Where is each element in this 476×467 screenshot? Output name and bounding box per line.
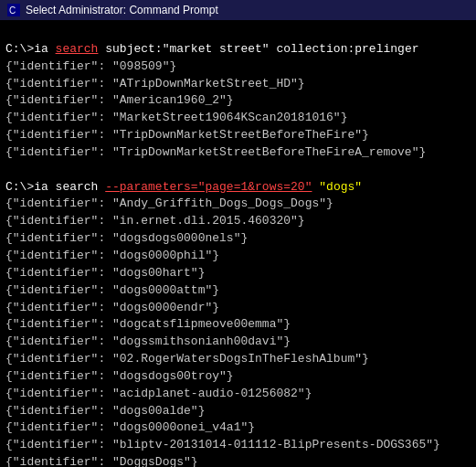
terminal-line: {"identifier": "dogs0000endr"}	[5, 300, 471, 317]
terminal-line: {"identifier": "dogs00alde"}	[5, 403, 471, 420]
terminal-line: {"identifier": "TripDownMarketStreetBefo…	[5, 127, 471, 144]
terminal-line: {"identifier": "ATripDownMarketStreet_HD…	[5, 76, 471, 93]
terminal[interactable]: C:\>ia search subject:"market street" co…	[0, 20, 476, 467]
terminal-line: {"identifier": "Andy_Griffith_Dogs_Dogs_…	[5, 196, 471, 213]
terminal-line	[5, 162, 471, 179]
terminal-line: C:\>ia search subject:"market street" co…	[5, 41, 471, 58]
terminal-line: {"identifier": "MarketStreet19064KScan20…	[5, 110, 471, 127]
terminal-line: {"identifier": "American1960_2"}	[5, 92, 471, 110]
svg-text:C: C	[9, 5, 16, 16]
terminal-line: {"identifier": "dogs00hart"}	[5, 265, 471, 282]
cmd-icon: C	[7, 4, 20, 16]
terminal-line: {"identifier": "dogsdogs0000nels"}	[5, 230, 471, 248]
terminal-line: {"identifier": "02.RogerWatersDogsInTheF…	[5, 351, 471, 368]
terminal-line: {"identifier": "bliptv-20131014-011112-B…	[5, 437, 471, 454]
terminal-line: {"identifier": "dogs0000onei_v4a1"}	[5, 419, 471, 437]
terminal-line: {"identifier": "DoggsDogs"}	[5, 454, 471, 467]
terminal-line: C:\>ia search --parameters="page=1&rows=…	[5, 179, 471, 196]
terminal-line: {"identifier": "TripDownMarketStreetBefo…	[5, 144, 471, 162]
terminal-line: {"identifier": "in.ernet.dli.2015.460320…	[5, 213, 471, 230]
terminal-line: {"identifier": "098509"}	[5, 58, 471, 76]
terminal-line: {"identifier": "acidplanet-audio-0125608…	[5, 386, 471, 403]
title-bar: C Select Administrator: Command Prompt	[0, 0, 476, 20]
terminal-line: {"identifier": "dogssmithsonianh00davi"}	[5, 334, 471, 351]
title-bar-label: Select Administrator: Command Prompt	[26, 4, 218, 16]
terminal-line: {"identifier": "dogsdogs00troy"}	[5, 368, 471, 386]
terminal-line: {"identifier": "dogs0000phil"}	[5, 248, 471, 265]
terminal-line: {"identifier": "dogs0000attm"}	[5, 282, 471, 300]
terminal-line	[5, 24, 471, 41]
terminal-line: {"identifier": "dogcatsflipmeove00emma"}	[5, 316, 471, 334]
